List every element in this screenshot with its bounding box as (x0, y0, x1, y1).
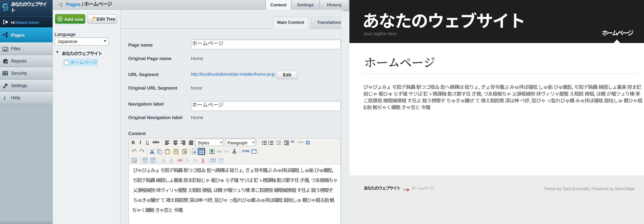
svg-text:i: i (4, 95, 6, 101)
svg-text:T: T (175, 150, 177, 153)
svg-text:W: W (184, 150, 186, 153)
svg-text:3: 3 (268, 143, 269, 145)
svg-text:a: a (194, 149, 196, 154)
